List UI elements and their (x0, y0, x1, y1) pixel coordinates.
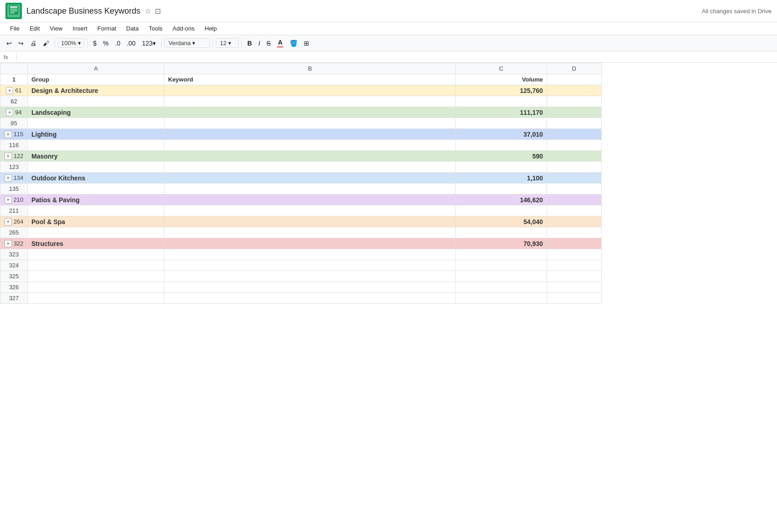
cell-d[interactable] (547, 162, 602, 173)
folder-icon[interactable]: ⊡ (155, 7, 161, 15)
expand-button[interactable]: + (6, 109, 13, 116)
cell-volume[interactable] (456, 162, 547, 173)
cell-keyword[interactable] (164, 260, 456, 271)
cell-d[interactable] (547, 293, 602, 304)
col-header-d[interactable]: D (547, 63, 602, 74)
cell-group[interactable] (28, 205, 164, 216)
cell-volume[interactable]: 54,040 (456, 216, 547, 227)
cell-group[interactable]: Masonry (28, 151, 164, 162)
currency-button[interactable]: $ (90, 38, 99, 49)
menu-format[interactable]: Format (93, 23, 121, 34)
cell-keyword[interactable] (164, 162, 456, 173)
expand-button[interactable]: + (6, 87, 13, 94)
cell-volume[interactable] (456, 249, 547, 260)
cell-keyword[interactable] (164, 184, 456, 194)
cell-d[interactable] (547, 216, 602, 227)
cell-keyword[interactable] (164, 271, 456, 282)
fill-color-button[interactable]: 🪣 (287, 38, 300, 49)
font-color-button[interactable]: A (274, 37, 286, 49)
cell-volume[interactable]: 146,620 (456, 194, 547, 205)
menu-help[interactable]: Help (200, 23, 221, 34)
cell-keyword[interactable] (164, 205, 456, 216)
italic-button[interactable]: I (256, 38, 263, 49)
cell-volume[interactable] (456, 271, 547, 282)
cell-keyword[interactable] (164, 194, 456, 205)
cell-d[interactable] (547, 271, 602, 282)
cell-d[interactable] (547, 249, 602, 260)
col-header-a[interactable]: A (28, 63, 164, 74)
cell-d[interactable] (547, 227, 602, 238)
cell-group[interactable] (28, 96, 164, 107)
cell-keyword[interactable] (164, 118, 456, 129)
cell-a1[interactable]: Group (28, 74, 164, 85)
cell-group[interactable] (28, 118, 164, 129)
cell-volume[interactable] (456, 227, 547, 238)
percent-button[interactable]: % (100, 38, 111, 49)
cell-group[interactable] (28, 184, 164, 194)
expand-button[interactable]: + (5, 131, 12, 138)
undo-button[interactable]: ↩ (4, 38, 15, 49)
cell-d[interactable] (547, 238, 602, 249)
paint-format-button[interactable]: 🖌 (40, 38, 52, 49)
cell-volume[interactable] (456, 118, 547, 129)
menu-file[interactable]: File (5, 23, 24, 34)
cell-volume[interactable] (456, 205, 547, 216)
spreadsheet-container[interactable]: A B C D 1 Group Keyword Volume +61Design… (0, 63, 777, 522)
borders-button[interactable]: ⊞ (301, 38, 312, 49)
cell-keyword[interactable] (164, 151, 456, 162)
cell-volume[interactable]: 111,170 (456, 107, 547, 118)
col-header-c[interactable]: C (456, 63, 547, 74)
cell-d[interactable] (547, 205, 602, 216)
cell-group[interactable]: Outdoor Kitchens (28, 173, 164, 184)
cell-group[interactable]: Structures (28, 238, 164, 249)
cell-volume[interactable] (456, 260, 547, 271)
cell-d[interactable] (547, 85, 602, 96)
cell-keyword[interactable] (164, 85, 456, 96)
cell-d[interactable] (547, 184, 602, 194)
cell-d[interactable] (547, 129, 602, 140)
cell-d[interactable] (547, 173, 602, 184)
cell-group[interactable]: Design & Architecture (28, 85, 164, 96)
cell-d[interactable] (547, 96, 602, 107)
menu-insert[interactable]: Insert (68, 23, 92, 34)
cell-group[interactable] (28, 249, 164, 260)
font-size-selector[interactable]: 12 ▾ (216, 38, 239, 48)
format-number-button[interactable]: 123▾ (139, 38, 158, 49)
bold-button[interactable]: B (245, 38, 255, 49)
menu-data[interactable]: Data (122, 23, 143, 34)
cell-group[interactable]: Landscaping (28, 107, 164, 118)
cell-group[interactable] (28, 260, 164, 271)
cell-d[interactable] (547, 107, 602, 118)
cell-b1[interactable]: Keyword (164, 74, 456, 85)
menu-addons[interactable]: Add-ons (168, 23, 199, 34)
decimal-decrease-button[interactable]: .0 (112, 38, 123, 49)
expand-button[interactable]: + (5, 196, 12, 204)
cell-group[interactable] (28, 271, 164, 282)
menu-tools[interactable]: Tools (144, 23, 167, 34)
cell-volume[interactable] (456, 282, 547, 293)
cell-keyword[interactable] (164, 282, 456, 293)
expand-button[interactable]: + (5, 218, 12, 225)
col-header-b[interactable]: B (164, 63, 456, 74)
cell-keyword[interactable] (164, 173, 456, 184)
cell-volume[interactable] (456, 184, 547, 194)
expand-button[interactable]: + (5, 240, 12, 247)
expand-button[interactable]: + (5, 153, 12, 160)
expand-button[interactable]: + (5, 174, 12, 182)
font-family-selector[interactable]: Verdana ▾ (164, 38, 210, 48)
cell-volume[interactable]: 37,010 (456, 129, 547, 140)
cell-volume[interactable] (456, 140, 547, 151)
cell-group[interactable] (28, 140, 164, 151)
cell-group[interactable]: Pool & Spa (28, 216, 164, 227)
cell-volume[interactable] (456, 293, 547, 304)
cell-group[interactable] (28, 227, 164, 238)
cell-keyword[interactable] (164, 216, 456, 227)
print-button[interactable]: 🖨 (27, 38, 39, 49)
cell-volume[interactable] (456, 96, 547, 107)
cell-c1[interactable]: Volume (456, 74, 547, 85)
redo-button[interactable]: ↪ (15, 38, 26, 49)
cell-keyword[interactable] (164, 107, 456, 118)
cell-keyword[interactable] (164, 249, 456, 260)
cell-volume[interactable]: 125,760 (456, 85, 547, 96)
cell-volume[interactable]: 590 (456, 151, 547, 162)
